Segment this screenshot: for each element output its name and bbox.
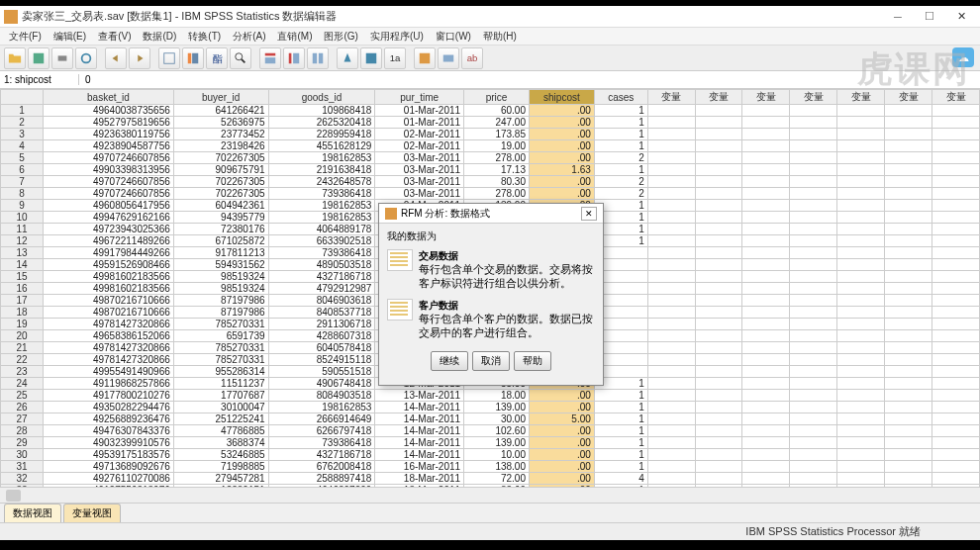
- sets-icon[interactable]: [414, 47, 436, 69]
- cell[interactable]: [790, 259, 837, 271]
- cell[interactable]: [695, 437, 742, 449]
- cell[interactable]: 4327186718: [268, 271, 375, 283]
- cell[interactable]: [742, 224, 790, 235]
- recall-icon[interactable]: [75, 47, 97, 69]
- cell[interactable]: [742, 176, 790, 188]
- cell[interactable]: [695, 461, 742, 473]
- cell[interactable]: 278.00: [464, 152, 530, 164]
- cell[interactable]: 49781427320866: [44, 354, 174, 366]
- cell[interactable]: [932, 283, 980, 295]
- minimize-button[interactable]: ─: [883, 8, 913, 26]
- cell[interactable]: 198162853: [268, 402, 375, 413]
- cell[interactable]: [790, 188, 837, 200]
- table-row[interactable]: 314971368909267671998885676200841816-Mar…: [1, 461, 980, 473]
- cell[interactable]: [695, 295, 742, 307]
- cell[interactable]: 1: [594, 449, 647, 461]
- cell[interactable]: [932, 413, 980, 425]
- cell[interactable]: [695, 117, 742, 129]
- cell[interactable]: 02-Mar-2011: [375, 140, 464, 152]
- cell[interactable]: 49539175183576: [44, 449, 174, 461]
- cell[interactable]: .00: [529, 425, 594, 437]
- row-number[interactable]: 30: [1, 449, 44, 461]
- cell[interactable]: [885, 152, 932, 164]
- dialog-close-button[interactable]: ✕: [581, 207, 597, 221]
- cell[interactable]: [885, 140, 932, 152]
- row-number[interactable]: 24: [1, 378, 44, 390]
- cell[interactable]: 2: [594, 188, 647, 200]
- cell[interactable]: [790, 449, 837, 461]
- cell[interactable]: [647, 235, 695, 247]
- cell[interactable]: 16-Mar-2011: [375, 461, 464, 473]
- cell[interactable]: [742, 295, 790, 307]
- cell[interactable]: [742, 461, 790, 473]
- print-icon[interactable]: [51, 47, 73, 69]
- cell[interactable]: [790, 129, 837, 140]
- cell[interactable]: [885, 212, 932, 224]
- cell[interactable]: [837, 224, 885, 235]
- row-number[interactable]: 6: [1, 164, 44, 176]
- cell[interactable]: [742, 247, 790, 259]
- cell[interactable]: 49256889236476: [44, 413, 174, 425]
- cell[interactable]: 98519324: [173, 283, 268, 295]
- cell[interactable]: [742, 235, 790, 247]
- cell[interactable]: .00: [529, 461, 594, 473]
- cell[interactable]: [885, 247, 932, 259]
- cell[interactable]: 785270331: [173, 342, 268, 354]
- cell[interactable]: [742, 437, 790, 449]
- menu-item[interactable]: 编辑(E): [49, 29, 91, 45]
- cell[interactable]: .00: [529, 129, 594, 140]
- cell[interactable]: [647, 390, 695, 402]
- cell[interactable]: [932, 378, 980, 390]
- cell[interactable]: [885, 437, 932, 449]
- cell[interactable]: 109868418: [268, 105, 375, 117]
- cell[interactable]: [790, 402, 837, 413]
- split-icon[interactable]: [307, 47, 329, 69]
- cell[interactable]: 49119868257866: [44, 378, 174, 390]
- cell[interactable]: 590551518: [268, 366, 375, 378]
- cell[interactable]: 3688374: [173, 437, 268, 449]
- row-number[interactable]: 27: [1, 413, 44, 425]
- cell[interactable]: 49276110270086: [44, 473, 174, 485]
- row-number[interactable]: 13: [1, 247, 44, 259]
- cell[interactable]: 6633902518: [268, 235, 375, 247]
- cell[interactable]: [837, 105, 885, 117]
- cell[interactable]: [885, 295, 932, 307]
- cell[interactable]: [932, 164, 980, 176]
- cell[interactable]: 14-Mar-2011: [375, 437, 464, 449]
- cell[interactable]: [837, 378, 885, 390]
- cell[interactable]: [932, 295, 980, 307]
- table-row[interactable]: 649903398313956909675791219163841803-Mar…: [1, 164, 980, 176]
- tab-data-view[interactable]: 数据视图: [4, 504, 61, 522]
- cell[interactable]: [932, 129, 980, 140]
- cell[interactable]: [790, 437, 837, 449]
- cell[interactable]: 49527975819656: [44, 117, 174, 129]
- cell[interactable]: [932, 402, 980, 413]
- cell[interactable]: 49236380119756: [44, 129, 174, 140]
- cell[interactable]: [790, 461, 837, 473]
- cell[interactable]: [695, 212, 742, 224]
- row-number[interactable]: 10: [1, 212, 44, 224]
- cell[interactable]: 2289959418: [268, 129, 375, 140]
- cell[interactable]: [837, 188, 885, 200]
- cell[interactable]: [790, 390, 837, 402]
- cell[interactable]: [695, 319, 742, 330]
- cell[interactable]: 18.00: [464, 390, 530, 402]
- cell[interactable]: 1: [594, 129, 647, 140]
- table-row[interactable]: 304953917518357653246885432718671814-Mar…: [1, 449, 980, 461]
- cell[interactable]: [695, 378, 742, 390]
- cell[interactable]: [695, 307, 742, 319]
- cell[interactable]: [742, 402, 790, 413]
- cell[interactable]: [695, 200, 742, 212]
- cell[interactable]: 03-Mar-2011: [375, 188, 464, 200]
- cell[interactable]: [932, 307, 980, 319]
- cell[interactable]: 49781427320866: [44, 319, 174, 330]
- cell[interactable]: 49955491490966: [44, 366, 174, 378]
- cell[interactable]: 785270331: [173, 354, 268, 366]
- cell[interactable]: [932, 271, 980, 283]
- cell[interactable]: [647, 449, 695, 461]
- cell[interactable]: [742, 354, 790, 366]
- cell[interactable]: 138.00: [464, 461, 530, 473]
- cell[interactable]: [790, 319, 837, 330]
- cell[interactable]: 14-Mar-2011: [375, 413, 464, 425]
- cell[interactable]: [790, 152, 837, 164]
